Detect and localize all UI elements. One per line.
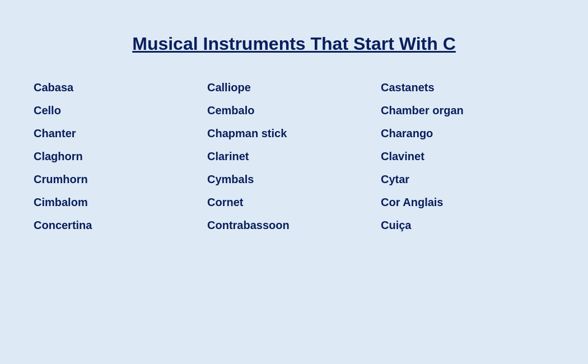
page-title: Musical Instruments That Start With C bbox=[132, 34, 456, 54]
instruments-grid: CabasaCelloChanterClaghornCrumhornCimbal… bbox=[34, 77, 554, 236]
list-item: Chanter bbox=[34, 123, 207, 144]
list-item: Cornet bbox=[207, 192, 381, 213]
list-item: Cymbals bbox=[207, 169, 381, 190]
list-item: Cembalo bbox=[207, 100, 381, 122]
list-item: Crumhorn bbox=[34, 169, 207, 190]
list-item: Claghorn bbox=[34, 146, 207, 167]
list-item: Calliope bbox=[207, 77, 381, 99]
list-item: Chapman stick bbox=[207, 123, 381, 144]
list-item: Cabasa bbox=[34, 77, 207, 99]
list-item: Cuiça bbox=[381, 214, 554, 236]
list-item: Cimbalom bbox=[34, 192, 207, 213]
list-item: Cytar bbox=[381, 169, 554, 190]
column-2: CalliopeCembaloChapman stickClarinetCymb… bbox=[207, 77, 381, 236]
column-1: CabasaCelloChanterClaghornCrumhornCimbal… bbox=[34, 77, 207, 236]
column-3: CastanetsChamber organCharangoClavinetCy… bbox=[381, 77, 554, 236]
list-item: Clavinet bbox=[381, 146, 554, 167]
list-item: Cor Anglais bbox=[381, 192, 554, 213]
list-item: Contrabassoon bbox=[207, 214, 381, 236]
list-item: Castanets bbox=[381, 77, 554, 99]
list-item: Chamber organ bbox=[381, 100, 554, 122]
list-item: Clarinet bbox=[207, 146, 381, 167]
list-item: Cello bbox=[34, 100, 207, 122]
list-item: Charango bbox=[381, 123, 554, 144]
list-item: Concertina bbox=[34, 214, 207, 236]
